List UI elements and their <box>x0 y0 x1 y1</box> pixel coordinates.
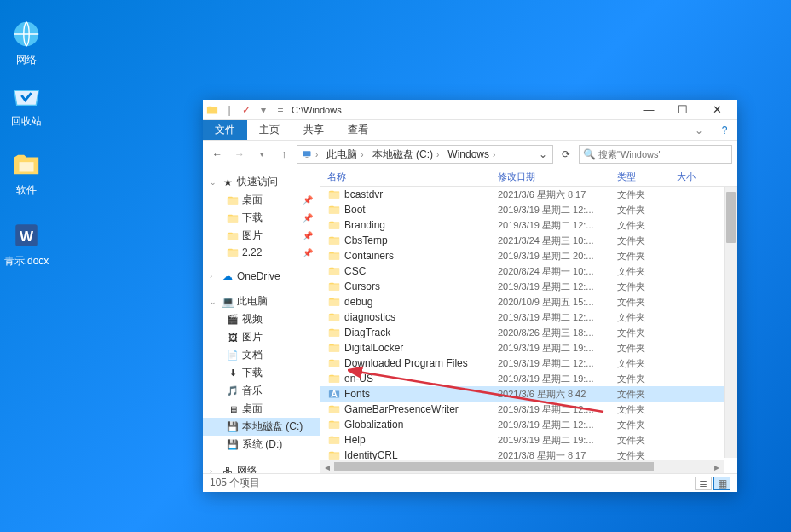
sidebar-item[interactable]: 2.22📌 <box>203 245 320 260</box>
file-row[interactable]: bcastdvr2021/3/6 星期六 8:17文件夹 <box>320 187 724 202</box>
view-icons-button[interactable]: ▦ <box>713 477 730 490</box>
file-row[interactable]: en-US2019/3/19 星期二 19:...文件夹 <box>320 371 724 386</box>
file-row[interactable]: Containers2019/3/19 星期二 20:...文件夹 <box>320 248 724 263</box>
file-type: 文件夹 <box>617 265 677 278</box>
sidebar-item[interactable]: ⬇下载 <box>203 364 320 382</box>
sidebar-item[interactable]: 桌面📌 <box>203 191 320 209</box>
view-details-button[interactable]: ≣ <box>695 477 712 490</box>
sidebar-item[interactable]: 📄文档 <box>203 346 320 364</box>
tab-home[interactable]: 主页 <box>247 120 292 140</box>
file-date: 2019/3/19 星期二 12:... <box>498 280 617 293</box>
back-button[interactable]: ← <box>208 145 227 164</box>
file-row[interactable]: DiagTrack2020/8/26 星期三 18:...文件夹 <box>320 325 724 340</box>
file-row[interactable]: IdentityCRL2021/3/8 星期一 8:17文件夹 <box>320 448 724 460</box>
breadcrumb-dropdown[interactable]: ⌄ <box>534 148 552 160</box>
qat-separator: = <box>274 104 286 116</box>
file-row[interactable]: Cursors2019/3/19 星期二 12:...文件夹 <box>320 279 724 294</box>
col-size[interactable]: 大小 <box>677 171 719 183</box>
svg-rect-5 <box>306 157 309 158</box>
sidebar-network[interactable]: ›🖧网络 <box>203 462 320 473</box>
ribbon-expand-icon[interactable]: ⌄ <box>686 120 712 140</box>
file-date: 2019/3/19 星期二 19:... <box>498 342 617 355</box>
desktop-icon-docx[interactable]: W 青示.docx <box>2 220 51 269</box>
breadcrumb[interactable]: › 此电脑› 本地磁盘 (C:)› Windows› ⌄ <box>297 145 553 164</box>
col-date[interactable]: 修改日期 <box>498 171 617 183</box>
sidebar-item[interactable]: 💾系统 (D:) <box>203 436 320 454</box>
file-row[interactable]: Help2019/3/19 星期二 19:...文件夹 <box>320 432 724 448</box>
folder-icon <box>327 372 341 385</box>
file-type: 文件夹 <box>617 204 677 217</box>
desktop-icon-software[interactable]: 软件 <box>2 149 51 198</box>
titlebar[interactable]: | ✓ ▾ = C:\Windows — ☐ ✕ <box>203 100 737 120</box>
breadcrumb-seg[interactable]: 此电脑› <box>322 146 367 163</box>
tab-view[interactable]: 查看 <box>336 120 380 140</box>
help-button[interactable]: ? <box>712 120 737 140</box>
horizontal-scrollbar[interactable]: ◂ ▸ <box>320 460 724 473</box>
nav-sidebar[interactable]: ⌄★快速访问 桌面📌下载📌图片📌2.22📌 ›☁OneDrive ⌄💻此电脑 🎬… <box>203 168 320 473</box>
file-type: 文件夹 <box>617 280 677 293</box>
forward-button[interactable]: → <box>230 145 249 164</box>
search-input[interactable] <box>598 149 731 159</box>
minimize-button[interactable]: — <box>632 100 666 120</box>
sidebar-item[interactable]: 下载📌 <box>203 209 320 227</box>
sidebar-item-label: 下载 <box>242 366 263 380</box>
svg-text:W: W <box>20 228 34 245</box>
file-row[interactable]: GameBarPresenceWriter2019/3/19 星期二 12:..… <box>320 402 724 417</box>
breadcrumb-seg[interactable]: 本地磁盘 (C:)› <box>368 146 444 163</box>
file-name: Boot <box>344 204 366 216</box>
file-row[interactable]: Boot2019/3/19 星期二 12:...文件夹 <box>320 202 724 217</box>
ribbon-tabs: 文件 主页 共享 查看 ⌄ ? <box>203 120 737 141</box>
file-date: 2020/8/26 星期三 18:... <box>498 327 617 339</box>
file-row[interactable]: debug2020/10/9 星期五 15:...文件夹 <box>320 294 724 309</box>
file-type: 文件夹 <box>617 434 677 447</box>
file-name: Help <box>344 434 366 446</box>
scroll-right[interactable]: ▸ <box>710 460 724 473</box>
up-button[interactable]: ↑ <box>274 145 293 164</box>
sidebar-item[interactable]: 图片📌 <box>203 227 320 245</box>
sidebar-item[interactable]: 🖼图片 <box>203 328 320 346</box>
tab-share[interactable]: 共享 <box>292 120 336 140</box>
sidebar-item[interactable]: 🎬视频 <box>203 310 320 328</box>
scroll-left[interactable]: ◂ <box>320 460 334 473</box>
file-row[interactable]: Branding2019/3/19 星期二 12:...文件夹 <box>320 217 724 233</box>
sidebar-item[interactable]: 🖥桌面 <box>203 400 320 418</box>
pin-icon: 📌 <box>303 248 313 257</box>
file-row[interactable]: Globalization2019/3/19 星期二 12:...文件夹 <box>320 417 724 432</box>
close-button[interactable]: ✕ <box>700 100 734 120</box>
sidebar-item[interactable]: 💾本地磁盘 (C:) <box>203 418 320 436</box>
file-name: Branding <box>344 219 385 231</box>
desktop[interactable]: 网络 回收站 软件 W 青示.docx | ✓ ▾ = C:\Windows —… <box>0 0 791 532</box>
tab-file[interactable]: 文件 <box>203 120 247 140</box>
vertical-scrollbar[interactable] <box>724 187 737 458</box>
file-row[interactable]: Downloaded Program Files2019/3/19 星期二 12… <box>320 356 724 371</box>
drive-icon: ⬇ <box>227 367 239 379</box>
sidebar-quick-access[interactable]: ⌄★快速访问 <box>203 173 320 191</box>
file-row[interactable]: CbsTemp2021/3/24 星期三 10:...文件夹 <box>320 233 724 248</box>
sidebar-onedrive[interactable]: ›☁OneDrive <box>203 269 320 284</box>
file-type: 文件夹 <box>617 403 677 416</box>
sidebar-this-pc[interactable]: ⌄💻此电脑 <box>203 292 320 310</box>
file-row[interactable]: DigitalLocker2019/3/19 星期二 19:...文件夹 <box>320 340 724 356</box>
file-name: Globalization <box>344 419 403 431</box>
col-name[interactable]: 名称 <box>327 171 498 183</box>
file-row[interactable]: diagnostics2019/3/19 星期二 12:...文件夹 <box>320 309 724 325</box>
column-headers[interactable]: 名称 修改日期 类型 大小 <box>320 168 737 187</box>
col-type[interactable]: 类型 <box>617 171 677 183</box>
breadcrumb-seg[interactable]: Windows› <box>443 146 499 163</box>
file-row[interactable]: CSC2020/8/24 星期一 10:...文件夹 <box>320 263 724 279</box>
file-row[interactable]: AFonts2021/3/6 星期六 8:42文件夹 <box>320 386 724 402</box>
search-box[interactable]: 🔍 <box>579 145 732 164</box>
file-type: 文件夹 <box>617 449 677 460</box>
file-list[interactable]: bcastdvr2021/3/6 星期六 8:17文件夹Boot2019/3/1… <box>320 187 724 460</box>
maximize-button[interactable]: ☐ <box>666 100 700 120</box>
refresh-button[interactable]: ⟳ <box>557 145 575 164</box>
qat-dropdown-icon[interactable]: ▾ <box>257 104 269 116</box>
sidebar-item[interactable]: 🎵音乐 <box>203 382 320 400</box>
file-name: debug <box>344 296 372 308</box>
recent-dropdown[interactable]: ▾ <box>252 145 271 164</box>
qat-check-icon[interactable]: ✓ <box>240 104 252 116</box>
desktop-icon-recycle[interactable]: 回收站 <box>2 80 51 129</box>
cloud-icon: ☁ <box>222 270 234 282</box>
desktop-icon-network[interactable]: 网络 <box>2 19 51 67</box>
sidebar-item-label: 2.22 <box>242 246 262 258</box>
